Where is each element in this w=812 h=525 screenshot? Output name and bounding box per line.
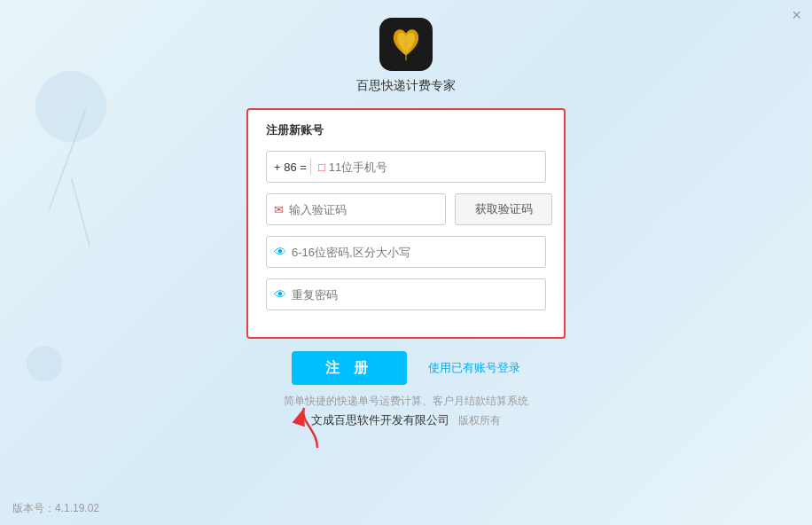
phone-prefix: + 86 = — [274, 161, 307, 174]
version-label: 版本号：4.1.19.02 — [12, 501, 99, 516]
register-form: 注册新账号 + 86 = □ ✉ 获取验证码 👁 — [246, 108, 566, 339]
button-area: 注 册 使用已有账号登录 — [292, 351, 520, 385]
arrow-decoration — [291, 404, 344, 456]
phone-divider — [310, 159, 311, 175]
register-button[interactable]: 注 册 — [292, 351, 407, 385]
password-row: 👁 — [266, 236, 546, 268]
bg-decoration-circle-2 — [27, 346, 62, 381]
phone-input[interactable] — [329, 161, 538, 174]
get-code-button[interactable]: 获取验证码 — [455, 193, 552, 225]
form-title: 注册新账号 — [266, 122, 546, 138]
code-input[interactable] — [289, 203, 438, 216]
repeat-password-input[interactable] — [292, 288, 538, 302]
close-button[interactable]: × — [792, 7, 801, 23]
bg-decoration-circle-1 — [35, 71, 106, 142]
repeat-password-row: 👁 — [266, 278, 546, 310]
eye-icon-2: 👁 — [274, 287, 286, 302]
password-input-container: 👁 — [266, 236, 546, 268]
code-row: ✉ 获取验证码 — [266, 193, 546, 225]
phone-row: + 86 = □ — [266, 151, 546, 183]
mail-icon: ✉ — [274, 203, 284, 216]
login-link[interactable]: 使用已有账号登录 — [428, 360, 520, 376]
app-icon-svg — [387, 26, 425, 63]
main-container: 百思快递计费专家 注册新账号 + 86 = □ ✉ 获取验证码 👁 — [0, 0, 812, 428]
app-icon — [379, 18, 433, 71]
eye-icon: 👁 — [274, 245, 286, 259]
phone-input-container: + 86 = □ — [266, 151, 546, 183]
phone-icon: □ — [318, 161, 325, 174]
rights-text: 版权所有 — [458, 414, 501, 427]
app-title: 百思快递计费专家 — [356, 78, 456, 94]
repeat-password-container: 👁 — [266, 278, 546, 310]
password-input[interactable] — [292, 246, 538, 259]
code-input-wrapper: ✉ — [266, 193, 446, 225]
